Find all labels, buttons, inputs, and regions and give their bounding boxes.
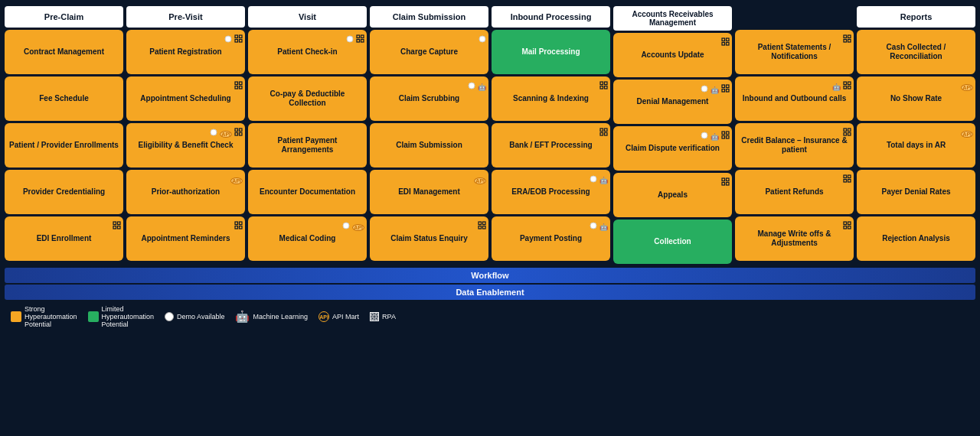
card-icons-pre-visit-0: [224, 32, 243, 46]
icon-rpa: [843, 32, 851, 46]
svg-rect-23: [357, 35, 360, 38]
card-icons-claim-submission-1: 🤖: [468, 79, 486, 93]
icon-rpa: [113, 219, 121, 233]
card-icons-pre-visit-1: [234, 79, 243, 93]
card-icons-claim-submission-0: [479, 32, 486, 46]
svg-point-42: [590, 176, 596, 182]
card-claim-submission-4: Claim Status Enquiry: [370, 216, 488, 261]
card-text-pre-claim-2: Patient / Provider Enrollments: [9, 141, 119, 151]
svg-rect-1: [118, 222, 121, 225]
svg-rect-69: [848, 86, 851, 89]
svg-rect-52: [727, 89, 730, 93]
card-text-claim-submission-1: Claim Scrubbing: [399, 94, 459, 104]
card-ar-management-2-3: Patient Refunds: [735, 170, 854, 214]
svg-rect-56: [722, 136, 725, 139]
svg-rect-61: [727, 183, 730, 186]
svg-rect-67: [848, 82, 851, 85]
legend-bar: StrongHyperautomationPotential LimitedHy…: [5, 301, 975, 332]
column-ar-management-2: xPatient Statements / Notifications🤖Inbo…: [735, 6, 854, 264]
icon-ml: 🤖: [478, 79, 486, 93]
icon-dot: [590, 219, 597, 233]
svg-rect-80: [844, 226, 847, 229]
svg-rect-82: [371, 314, 374, 316]
ml-icon: 🤖: [235, 310, 250, 324]
svg-rect-55: [727, 132, 730, 135]
svg-rect-72: [844, 133, 847, 136]
svg-rect-54: [722, 132, 725, 135]
card-text-ar-management-3: Appeals: [658, 190, 688, 200]
icon-ml: 🤖: [599, 172, 608, 186]
column-header-pre-visit: Pre-Visit: [126, 6, 245, 28]
card-icons-ar-management-2-0: [843, 32, 851, 46]
card-icons-reports-1: API: [961, 79, 973, 93]
svg-rect-41: [605, 133, 608, 136]
card-icons-inbound-processing-1: [599, 79, 608, 93]
card-text-reports-2: Total days in AR: [887, 141, 946, 151]
svg-rect-9: [235, 82, 238, 85]
column-header-inbound-processing: Inbound Processing: [492, 6, 610, 28]
svg-rect-5: [235, 35, 238, 38]
card-pre-visit-3: APIPrior-authorization: [126, 170, 245, 214]
svg-rect-14: [235, 129, 238, 132]
svg-rect-71: [848, 129, 851, 132]
svg-rect-39: [605, 129, 608, 132]
svg-point-29: [469, 83, 475, 89]
icon-rpa: [234, 32, 243, 46]
svg-rect-30: [479, 222, 482, 225]
legend-green: LimitedHyperautomationPotential: [88, 305, 155, 328]
card-text-pre-visit-0: Patient Registration: [149, 47, 221, 57]
card-ar-management-2: 🤖Claim Dispute verification: [613, 126, 732, 171]
card-text-pre-claim-1: Fee Schedule: [39, 94, 88, 104]
card-pre-visit-0: Patient Registration: [126, 30, 245, 74]
card-text-reports-1: No Show Rate: [890, 94, 942, 104]
svg-rect-63: [848, 35, 851, 38]
card-icons-ar-management-2-2: [843, 125, 851, 139]
card-ar-management-2-2: Credit Balance – Insurance & patient: [735, 123, 854, 168]
card-text-pre-visit-2: Eligibility & Benefit Check: [139, 141, 234, 151]
card-text-inbound-processing-3: ERA/EOB Processing: [511, 187, 590, 197]
icon-api: API: [474, 172, 486, 186]
card-text-ar-management-2-3: Patient Refunds: [765, 187, 823, 197]
card-reports-2: APITotal days in AR: [857, 123, 975, 168]
svg-point-48: [701, 86, 707, 92]
icon-rpa: [721, 35, 730, 49]
main-container: Pre-ClaimContract ManagementFee Schedule…: [0, 0, 980, 335]
icon-api: API: [961, 79, 973, 93]
icon-api: API: [220, 125, 232, 139]
card-icons-ar-management-2-4: [843, 219, 851, 233]
card-text-reports-4: Rejection Analysis: [882, 234, 950, 244]
card-icons-pre-visit-2: API: [210, 125, 243, 139]
legend-rpa-label: RPA: [382, 313, 396, 320]
svg-point-13: [211, 129, 217, 135]
icon-ml: 🤖: [832, 79, 841, 93]
icon-rpa: [843, 219, 851, 233]
icon-rpa: [599, 79, 608, 93]
rpa-icon: [370, 312, 379, 321]
icon-rpa: [843, 125, 851, 139]
icon-rpa: [843, 172, 851, 186]
column-pre-visit: Pre-VisitPatient RegistrationAppointment…: [126, 6, 245, 264]
card-text-pre-claim-3: Provider Credentialing: [23, 187, 105, 197]
svg-rect-20: [235, 226, 238, 229]
svg-rect-60: [722, 183, 725, 186]
card-pre-visit-2: APIEligibility & Benefit Check: [126, 123, 245, 168]
svg-rect-18: [235, 222, 238, 225]
card-text-pre-visit-4: Appointment Reminders: [141, 234, 230, 244]
card-text-claim-submission-3: EDI Management: [398, 187, 460, 197]
icon-rpa: [721, 175, 730, 189]
card-inbound-processing-1: Scanning & Indexing: [492, 76, 610, 121]
columns-wrapper: Pre-ClaimContract ManagementFee Schedule…: [5, 6, 975, 264]
card-pre-claim-3: Provider Credentialing: [5, 170, 123, 214]
svg-rect-66: [844, 82, 847, 85]
icon-rpa: [234, 79, 243, 93]
svg-rect-73: [848, 133, 851, 136]
card-reports-0: Cash Collected / Reconciliation: [857, 30, 975, 74]
svg-rect-34: [600, 82, 603, 85]
svg-rect-81: [848, 226, 851, 229]
column-reports: ReportsCash Collected / ReconciliationAP…: [857, 6, 975, 264]
card-inbound-processing-2: Bank / EFT Processing: [492, 123, 610, 168]
column-header-reports: Reports: [857, 6, 975, 28]
card-text-ar-management-2-1: Inbound and Outbound calls: [743, 94, 847, 104]
svg-rect-0: [113, 222, 116, 225]
svg-rect-79: [848, 222, 851, 225]
